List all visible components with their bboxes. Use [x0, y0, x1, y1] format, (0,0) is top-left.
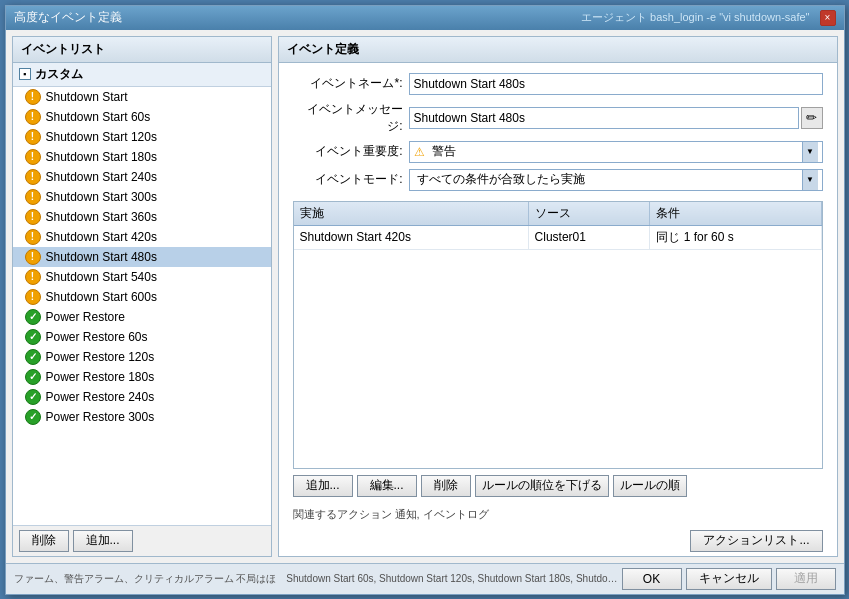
list-item[interactable]: !Shutdown Start 480s: [13, 247, 271, 267]
list-item[interactable]: !Shutdown Start 420s: [13, 227, 271, 247]
related-actions-value: 通知, イベントログ: [395, 508, 489, 520]
ok-button[interactable]: OK: [622, 568, 682, 590]
event-name-input[interactable]: [409, 73, 823, 95]
table-cell: 同じ 1 for 60 s: [650, 225, 821, 249]
table-header-row: 実施 ソース 条件: [294, 202, 822, 226]
list-item-label: Shutdown Start 540s: [46, 270, 157, 284]
list-item[interactable]: !Shutdown Start 180s: [13, 147, 271, 167]
table-delete-button[interactable]: 削除: [421, 475, 471, 497]
warning-icon: !: [25, 129, 41, 145]
table-add-button[interactable]: 追加...: [293, 475, 353, 497]
custom-header: ▪ カスタム: [13, 63, 271, 87]
table-lower-button[interactable]: ルールの順位を下げる: [475, 475, 609, 497]
list-item[interactable]: ✓Power Restore 180s: [13, 367, 271, 387]
col-header-condition: 条件: [650, 202, 821, 226]
list-item[interactable]: ✓Power Restore 120s: [13, 347, 271, 367]
apply-button[interactable]: 適用: [776, 568, 836, 590]
ok-icon: ✓: [25, 329, 41, 345]
title-bar: 高度なイベント定義 エージェント bash_login -e "vi shutd…: [6, 6, 844, 30]
table-raise-button[interactable]: ルールの順: [613, 475, 687, 497]
list-item[interactable]: !Shutdown Start 60s: [13, 107, 271, 127]
list-item-label: Power Restore 180s: [46, 370, 155, 384]
table-edit-button[interactable]: 編集...: [357, 475, 417, 497]
list-item[interactable]: !Shutdown Start 600s: [13, 287, 271, 307]
related-actions-label: 関連するアクション: [293, 508, 392, 520]
event-name-row: イベントネーム*:: [293, 73, 823, 95]
table-row[interactable]: Shutdown Start 420sCluster01同じ 1 for 60 …: [294, 225, 822, 249]
list-item[interactable]: ✓Power Restore 300s: [13, 407, 271, 427]
table-cell: Cluster01: [528, 225, 650, 249]
warning-icon: !: [25, 289, 41, 305]
action-list-button[interactable]: アクションリスト...: [690, 530, 822, 552]
list-item[interactable]: !Shutdown Start 360s: [13, 207, 271, 227]
edit-message-button[interactable]: ✏: [801, 107, 823, 129]
warning-icon: !: [25, 149, 41, 165]
related-actions-row: 関連するアクション 通知, イベントログ: [279, 503, 837, 526]
list-container[interactable]: ▪ カスタム !Shutdown Start!Shutdown Start 60…: [13, 63, 271, 525]
mode-dropdown-arrow[interactable]: ▼: [802, 170, 818, 190]
rules-table: 実施 ソース 条件 Shutdown Start 420sCluster01同じ…: [294, 202, 822, 250]
warning-icon: !: [25, 269, 41, 285]
list-item-label: Shutdown Start 240s: [46, 170, 157, 184]
list-item-label: Shutdown Start 480s: [46, 250, 157, 264]
event-message-label: イベントメッセージ:: [293, 101, 403, 135]
custom-header-label: カスタム: [35, 66, 83, 83]
list-item-label: Shutdown Start 120s: [46, 130, 157, 144]
table-body: Shutdown Start 420sCluster01同じ 1 for 60 …: [294, 225, 822, 249]
mode-row: イベントモード: すべての条件が合致したら実施 ▼: [293, 169, 823, 191]
footer-buttons: OK キャンセル 適用: [622, 568, 836, 590]
custom-expand-icon[interactable]: ▪: [19, 68, 31, 80]
severity-value: 警告: [429, 143, 802, 160]
list-item-label: Power Restore 240s: [46, 390, 155, 404]
footer-text: ファーム、警告アラーム、クリティカルアラーム 不局はほ Shutdown Sta…: [14, 572, 622, 586]
list-item-label: Shutdown Start 300s: [46, 190, 157, 204]
left-add-button[interactable]: 追加...: [73, 530, 133, 552]
table-buttons: 追加... 編集... 削除 ルールの順位を下げる ルールの順: [279, 469, 837, 503]
list-item[interactable]: !Shutdown Start: [13, 87, 271, 107]
list-item[interactable]: ✓Power Restore 240s: [13, 387, 271, 407]
warning-icon: !: [25, 89, 41, 105]
list-item-label: Power Restore 300s: [46, 410, 155, 424]
col-header-source: ソース: [528, 202, 650, 226]
severity-label: イベント重要度:: [293, 143, 403, 160]
mode-label: イベントモード:: [293, 171, 403, 188]
cancel-button[interactable]: キャンセル: [686, 568, 772, 590]
warning-icon: !: [25, 169, 41, 185]
main-dialog: 高度なイベント定義 エージェント bash_login -e "vi shutd…: [5, 5, 845, 595]
list-item[interactable]: ✓Power Restore: [13, 307, 271, 327]
title-bar-right: エージェント bash_login -e "vi shutdown-safe" …: [581, 10, 836, 26]
list-item-label: Shutdown Start 420s: [46, 230, 157, 244]
event-message-wrapper: ✏: [409, 107, 823, 129]
left-panel-title: イベントリスト: [13, 37, 271, 63]
severity-icon: ⚠: [414, 145, 425, 159]
warning-icon: !: [25, 249, 41, 265]
list-item-label: Shutdown Start 60s: [46, 110, 151, 124]
left-delete-button[interactable]: 削除: [19, 530, 69, 552]
list-items-container: !Shutdown Start!Shutdown Start 60s!Shutd…: [13, 87, 271, 427]
severity-select[interactable]: ⚠ 警告 ▼: [409, 141, 823, 163]
warning-icon: !: [25, 209, 41, 225]
list-item-label: Shutdown Start 600s: [46, 290, 157, 304]
ok-icon: ✓: [25, 369, 41, 385]
list-item[interactable]: !Shutdown Start 120s: [13, 127, 271, 147]
right-panel: イベント定義 イベントネーム*: イベントメッセージ: ✏ イベ: [278, 36, 838, 557]
list-item[interactable]: !Shutdown Start 540s: [13, 267, 271, 287]
dialog-title: 高度なイベント定義: [14, 9, 122, 26]
mode-value: すべての条件が合致したら実施: [414, 171, 802, 188]
dialog-footer: ファーム、警告アラーム、クリティカルアラーム 不局はほ Shutdown Sta…: [6, 563, 844, 594]
title-bar-left: 高度なイベント定義: [14, 9, 122, 26]
list-item-label: Shutdown Start 180s: [46, 150, 157, 164]
mode-select[interactable]: すべての条件が合致したら実施 ▼: [409, 169, 823, 191]
event-message-input[interactable]: [409, 107, 799, 129]
list-item-label: Shutdown Start: [46, 90, 128, 104]
list-item[interactable]: !Shutdown Start 300s: [13, 187, 271, 207]
script-path: エージェント bash_login -e "vi shutdown-safe": [581, 10, 810, 25]
severity-dropdown-arrow[interactable]: ▼: [802, 142, 818, 162]
ok-icon: ✓: [25, 389, 41, 405]
list-item[interactable]: !Shutdown Start 240s: [13, 167, 271, 187]
list-item-label: Power Restore: [46, 310, 125, 324]
warning-icon: !: [25, 229, 41, 245]
close-button[interactable]: ×: [820, 10, 836, 26]
list-item[interactable]: ✓Power Restore 60s: [13, 327, 271, 347]
warning-icon: !: [25, 109, 41, 125]
